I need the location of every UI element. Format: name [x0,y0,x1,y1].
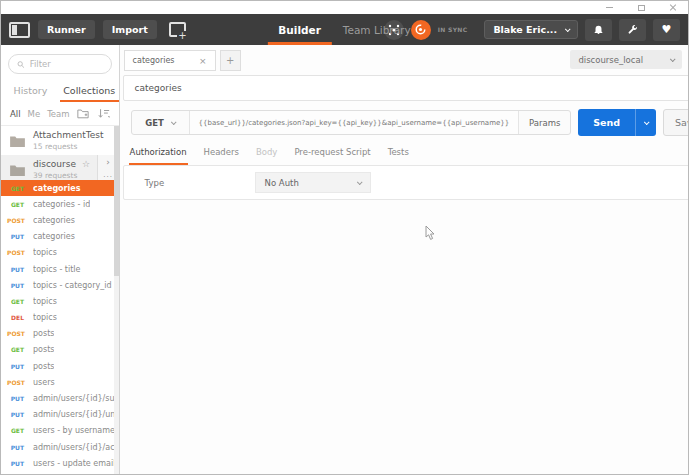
request-item-put-users-update-email[interactable]: PUTusers - update email [1,455,119,471]
editor-tab-tests[interactable]: Tests [387,147,410,165]
sidebar-tabs: HistoryCollections [1,78,119,102]
request-method-label: PUT [7,266,24,273]
scope-filter-row: AllMeTeam [1,102,119,126]
request-name-label: posts [33,362,54,371]
new-folder-icon[interactable] [77,108,89,119]
filter-input[interactable] [30,59,103,69]
request-name-label: categories [33,184,81,193]
request-item-post-posts[interactable]: POSTposts [1,326,119,342]
request-item-put-admin-users-id-suspend[interactable]: PUTadmin/users/{id}/suspend [1,390,119,406]
request-method-label: PUT [7,233,24,240]
editor-tab-headers[interactable]: Headers [203,147,240,165]
method-value: GET [145,118,164,128]
request-item-get-categories-id[interactable]: GETcategories - id [1,196,119,212]
request-item-put-admin-users-id-activate[interactable]: PUTadmin/users/{id}/activate [1,439,119,455]
request-method-label: PUT [7,444,24,451]
send-button-group: Send [578,109,656,136]
new-tab-button[interactable]: + [220,50,241,71]
chevron-down-icon [356,179,362,185]
close-tab-icon[interactable]: × [199,56,207,66]
environment-select[interactable]: discourse_local [570,50,682,69]
scope-filter-me[interactable]: Me [28,109,41,119]
request-list: GETcategoriesGETcategories - idPOSTcateg… [1,180,119,474]
url-input[interactable]: {{base_url}}/categories.json?api_key={{a… [190,111,519,134]
chevron-down-icon [565,26,571,32]
new-window-icon[interactable] [169,22,186,37]
topbar-tab-team-library[interactable]: Team Library [332,14,422,45]
send-options-chevron[interactable] [635,109,656,136]
request-item-get-users-by-username[interactable]: GETusers - by username [1,423,119,439]
scope-filters: AllMeTeam [10,109,70,119]
request-item-get-categories[interactable]: GETcategories [1,180,119,196]
user-name-label: Blake Eric... [493,24,557,35]
request-item-put-categories[interactable]: PUTcategories [1,229,119,245]
request-item-put-posts[interactable]: PUTposts [1,358,119,374]
folder-icon [10,135,25,147]
sort-icon[interactable] [98,108,110,119]
tab-label: categories [133,56,175,65]
request-item-get-topics[interactable]: GETtopics [1,293,119,309]
request-item-post-users[interactable]: POSTusers [1,374,119,390]
request-name-label: admin/users/{id}/activate [33,443,119,452]
editor-tab-authorization[interactable]: Authorization [129,147,188,165]
postman-window: Runner Import BuilderTeam Library IN SYN… [0,0,689,475]
request-name-label: topics - category_id [33,281,112,290]
params-button[interactable]: Params [518,111,570,134]
request-method-label: GET [7,201,24,208]
sidebar-tab-history[interactable]: History [1,78,60,102]
request-title-panel[interactable]: categories [123,75,689,101]
open-request-tab[interactable]: categories × [124,50,216,71]
collection-name: discourse [33,159,76,169]
minimize-icon[interactable] [604,3,614,13]
request-method-label: POST [7,249,24,256]
search-icon [17,60,25,69]
url-box: GET {{base_url}}/categories.json?api_key… [131,110,572,135]
request-method-label: GET [7,427,24,434]
editor-tab-pre-request-script[interactable]: Pre-request Script [293,147,371,165]
main-panel: categories × + discourse_local categorie… [120,45,689,474]
user-menu-button[interactable]: Blake Eric... [484,20,578,39]
close-icon[interactable] [668,3,678,13]
sidebar-scrollbar[interactable] [114,126,119,474]
authorization-panel: Type No Auth [123,165,689,200]
topbar-left-group: Runner Import [9,20,186,39]
request-item-put-admin-users-id-unsuspend[interactable]: PUTadmin/users/{id}/unsuspend [1,407,119,423]
request-item-post-topics[interactable]: POSTtopics [1,245,119,261]
scope-icons [77,108,110,119]
scrollbar-thumb[interactable] [114,126,119,276]
topbar-tab-builder[interactable]: Builder [267,14,332,45]
sidebar-toggle-icon[interactable] [9,22,30,38]
runner-button[interactable]: Runner [38,20,95,39]
notifications-bell-icon[interactable] [585,19,612,41]
auth-type-select[interactable]: No Auth [255,172,371,193]
collection-item-attachmenttest[interactable]: AttachmentTest 15 requests [1,126,119,155]
request-name-label: users - update email [33,459,115,468]
scope-filter-team[interactable]: Team [47,109,69,119]
request-method-label: DEL [7,314,24,321]
request-item-get-posts[interactable]: GETposts [1,342,119,358]
request-name-label: categories - id [33,200,90,209]
request-item-put-topics-category-id[interactable]: PUTtopics - category_id [1,277,119,293]
request-name-label: topics - title [33,265,81,274]
scope-filter-all[interactable]: All [10,109,21,119]
request-item-put-topics-title[interactable]: PUTtopics - title [1,261,119,277]
request-method-label: PUT [7,395,24,402]
sidebar-tab-collections[interactable]: Collections [60,78,119,102]
settings-wrench-icon[interactable] [619,19,646,41]
request-item-post-categories[interactable]: POSTcategories [1,212,119,228]
method-select[interactable]: GET [132,111,190,134]
maximize-icon[interactable] [636,3,646,13]
import-button[interactable]: Import [103,20,157,39]
request-name-label: posts [33,329,54,338]
save-button[interactable]: Save [664,110,689,135]
request-name-label: topics [33,297,57,306]
send-button[interactable]: Send [578,109,635,136]
chevron-down-icon [171,119,177,125]
editor-tab-body[interactable]: Body [255,147,278,165]
star-icon[interactable]: ☆ [82,159,90,169]
request-name-label: categories [33,232,75,241]
request-name-label: admin/users/{id}/unsuspend [33,410,119,419]
request-method-label: GET [7,185,24,192]
request-item-del-topics[interactable]: DELtopics [1,310,119,326]
favorites-heart-icon[interactable]: ♥ [653,19,680,41]
